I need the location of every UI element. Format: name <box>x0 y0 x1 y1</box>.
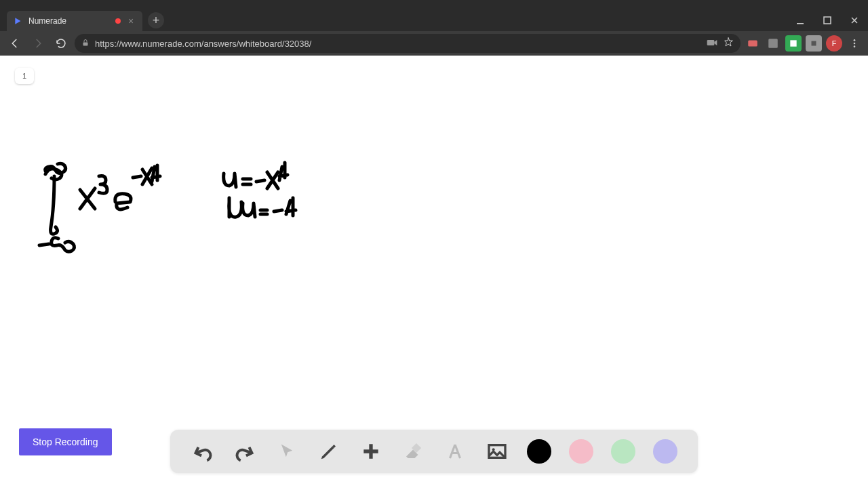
svg-point-9 <box>854 45 856 47</box>
url-text: https://www.numerade.com/answers/whitebo… <box>95 39 701 49</box>
eraser-tool[interactable] <box>401 439 425 464</box>
profile-avatar[interactable]: F <box>826 35 842 52</box>
close-window-button[interactable] <box>841 9 868 31</box>
tab-close-button[interactable]: × <box>126 16 136 26</box>
reload-button[interactable] <box>52 34 71 53</box>
undo-button[interactable] <box>191 439 215 464</box>
url-input[interactable]: https://www.numerade.com/answers/whitebo… <box>75 34 741 53</box>
browser-address-bar: https://www.numerade.com/answers/whitebo… <box>0 31 868 56</box>
whiteboard-canvas[interactable] <box>0 56 339 272</box>
pen-tool[interactable] <box>317 439 341 464</box>
svg-rect-3 <box>707 40 715 45</box>
minimize-button[interactable] <box>787 9 814 31</box>
maximize-button[interactable] <box>814 9 841 31</box>
page-content: 1 <box>0 56 868 488</box>
extension-icon-2[interactable] <box>765 35 781 52</box>
window-titlebar <box>0 0 868 9</box>
window-controls <box>787 9 868 31</box>
svg-rect-6 <box>790 40 796 46</box>
svg-rect-4 <box>748 41 757 47</box>
svg-rect-5 <box>768 39 778 48</box>
browser-tab-bar: Numerade × + <box>0 9 868 31</box>
color-purple[interactable] <box>653 439 677 464</box>
tab-favicon <box>14 16 23 26</box>
tab-title: Numerade <box>28 16 110 26</box>
forward-button[interactable] <box>28 34 47 53</box>
camera-icon[interactable] <box>707 37 717 49</box>
svg-point-7 <box>854 39 856 41</box>
bookmark-star-icon[interactable] <box>723 37 734 50</box>
whiteboard-toolbar <box>170 430 698 473</box>
extension-icon-4[interactable] <box>806 35 822 52</box>
pointer-tool[interactable] <box>275 439 299 464</box>
recording-indicator-icon <box>115 18 121 24</box>
color-pink[interactable] <box>569 439 593 464</box>
redo-button[interactable] <box>233 439 257 464</box>
back-button[interactable] <box>5 34 24 53</box>
svg-point-8 <box>854 43 856 45</box>
extension-icon-1[interactable] <box>745 35 761 52</box>
stop-recording-button[interactable]: Stop Recording <box>19 428 112 455</box>
color-green[interactable] <box>611 439 635 464</box>
svg-rect-2 <box>83 43 88 46</box>
extension-icon-3[interactable] <box>785 35 802 52</box>
lock-icon <box>81 37 90 49</box>
browser-tab[interactable]: Numerade × <box>7 11 142 31</box>
add-tool[interactable] <box>359 439 383 464</box>
image-tool[interactable] <box>485 439 509 464</box>
svg-rect-1 <box>824 17 831 24</box>
browser-menu-button[interactable] <box>846 35 863 52</box>
extension-icons: F <box>745 35 863 52</box>
color-black[interactable] <box>527 439 551 464</box>
new-tab-button[interactable]: + <box>148 12 164 28</box>
text-tool[interactable] <box>443 439 467 464</box>
svg-rect-0 <box>797 23 804 24</box>
